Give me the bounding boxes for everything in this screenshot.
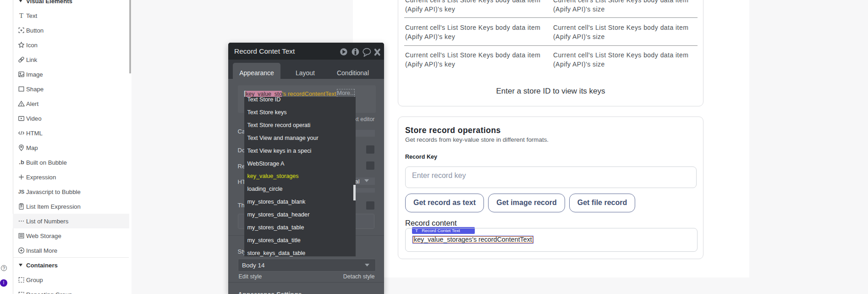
svg-text:JS: JS xyxy=(18,189,25,194)
svg-text:.b: .b xyxy=(19,159,24,166)
svg-text:T: T xyxy=(19,11,23,19)
